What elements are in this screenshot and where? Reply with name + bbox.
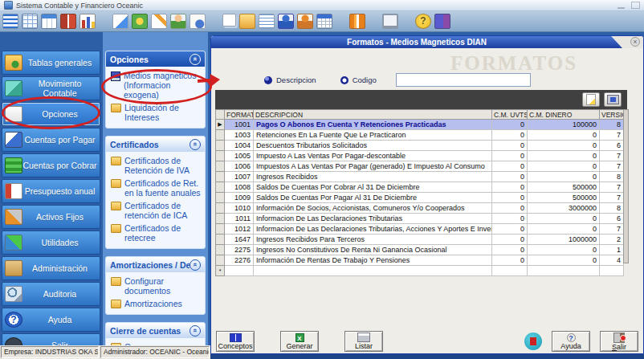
collapse-icon[interactable] [190,259,201,271]
video-help-button[interactable] [524,332,542,350]
table-row[interactable]: 1004Descuentos Tributarios Solicitados00… [216,141,624,151]
panel-item-certificados-de-ret-en-la-fuente-anuales[interactable]: Certificados de Ret. en la fuente anuale… [108,177,203,199]
radio-descripcion[interactable]: Descripcion [264,75,316,84]
table-row[interactable]: 1647Ingresos Recibidos Para Terceros0100… [216,235,624,245]
cell-value: 7 [600,161,624,172]
bar-chart-icon[interactable] [79,14,96,29]
table-row[interactable]: 2276Información De Rentas De Trabajo Y P… [216,255,624,266]
window-grid-icon[interactable] [41,14,57,29]
sidebar-item-activos-fijos[interactable]: Activos Fijos [2,205,100,229]
cell-value: 1010 [225,203,254,214]
user-search-icon[interactable] [278,14,294,29]
table-row[interactable]: 1005Impuesto A Las Ventas Por Pagar-desc… [216,151,624,161]
panel-item-configurar-documentos[interactable]: Configurar documentos [108,275,203,297]
conceptos-button[interactable]: Conceptos [216,331,255,352]
collapse-icon[interactable] [190,54,201,65]
table-row[interactable]: 1003Retenciones En La Fuente Que Le Prac… [216,130,624,141]
sidebar-item-ayuda[interactable]: Ayuda [2,308,100,332]
note-button[interactable] [582,92,600,107]
table-row[interactable]: 1011Informacion De Las Declaraciones Tri… [216,214,624,224]
user-icon[interactable] [170,14,186,29]
monitor-chart-icon[interactable] [382,14,398,29]
panel-item-label: Liquidación de Intereses [124,103,202,122]
sidebar-item-administraci-n[interactable]: Administración [2,256,100,280]
left-buttons: ConceptosGenerarListar [216,331,383,352]
calendar-icon[interactable] [316,14,332,29]
radio-codigo[interactable]: Codigo [340,75,377,84]
sidebar-item-cuentas-por-pagar[interactable]: Cuentas por Pagar [2,128,100,152]
ayuda-button[interactable]: Ayuda [552,331,590,352]
grid-print-button[interactable] [604,92,622,107]
question-icon [5,312,22,328]
sidebar-item-presupuesto-anual[interactable]: Presupuesto anual [2,179,100,203]
main-toolbar [0,11,644,32]
options-panel-header[interactable]: Opciones [106,51,205,67]
formatos-dialog: Formatos - Medios Magneticos DIAN FORMAT… [210,35,644,354]
export-doc-icon[interactable] [112,14,128,29]
user-key-icon[interactable] [297,14,313,29]
panel-item-liquidaci-n-de-intereses[interactable]: Liquidación de Intereses [108,101,203,124]
table-row[interactable]: ▶1001Pagos O Abonos En Cuenta Y Retencio… [216,120,624,130]
app-window: Sistema Contable y Financiero Oceanic Ta… [0,0,644,359]
table-row[interactable]: 1010Información De Socios, Accionistas, … [216,203,624,214]
search-input[interactable] [396,73,531,87]
sidebar-item-cuentas-por-cobrar[interactable]: Cuentas por Cobrar [2,153,100,177]
column-header-uvts[interactable]: C.M. UVTS [492,110,528,120]
section-header-amortizaciones-depreciaci[interactable]: Amortizaciones / Depreciaci... [106,257,205,272]
table-row[interactable]: 1008Saldos De Cuentas Por Cobrar Al 31 D… [216,182,624,193]
tables-icon[interactable] [22,14,38,29]
table-row[interactable]: 2275Ingresos No Constitutivos De Renta N… [216,245,624,255]
history-doc-icon[interactable] [190,14,206,29]
listar-button[interactable]: Listar [344,331,383,352]
sidebar-item-auditoria[interactable]: Auditoria [2,282,100,306]
restore-icon[interactable] [631,2,640,9]
report-icon[interactable] [259,14,275,29]
table-new-row[interactable]: * [216,266,624,276]
column-header-descripcion[interactable]: DESCRIPCION [254,110,492,120]
sidebar-item-opciones[interactable]: Opciones [2,102,100,126]
salir-button[interactable]: Salir [600,331,638,352]
open-folder-icon[interactable] [239,14,255,29]
minimize-icon[interactable] [618,2,625,9]
cell-value: 3000000 [528,203,600,214]
table-scrollbar[interactable] [623,109,629,263]
tree-view-icon[interactable] [2,14,18,29]
column-header-dinero[interactable]: C.M. DINERO [528,110,600,120]
panel-item-medios-magneticos-informacion-exogena[interactable]: Medios magneticos (Informacion exogena) [108,69,203,101]
edit-pencil-icon[interactable] [151,14,167,29]
money-icon[interactable] [132,14,148,29]
column-header-formato[interactable]: FORMAT [225,110,254,120]
address-book-icon[interactable] [349,14,365,29]
exit-door-icon[interactable] [434,14,450,29]
cell-value: 0 [492,151,528,161]
table-row[interactable]: 1009Saldos De Cuentas Por Pagar Al 31 De… [216,193,624,203]
copy-doc-icon[interactable] [222,14,236,27]
sidebar-item-movimiento-contable[interactable]: Movimiento Contable [2,76,100,100]
section-header-certificados[interactable]: Certificados [106,137,205,152]
cell-value: 100000 [528,120,600,130]
filter-row: Descripcion Codigo [264,73,531,87]
close-icon[interactable] [630,37,640,47]
book-icon[interactable] [60,14,76,29]
section-certificados: CertificadosCertificados de Retención de… [105,136,206,249]
column-header-version[interactable]: VERSION [600,110,624,120]
generar-button[interactable]: Generar [280,331,319,352]
sidebar-item-label: Movimiento Contable [22,79,100,98]
table-row[interactable]: 1007Ingresos Recibidos008 [216,172,624,182]
table-row[interactable]: 1006Impuestos A Las Ventas Por Pagar (ge… [216,161,624,172]
formats-table[interactable]: FORMAT DESCRIPCION C.M. UVTS C.M. DINERO… [215,109,624,276]
row-selector-cell [216,214,225,224]
panel-item-amortizaciones[interactable]: Amortizaciones [108,297,203,310]
cell-value: 0 [528,141,600,151]
help-bubble-icon[interactable] [415,14,431,29]
sidebar-item-utilidades[interactable]: Utilidades [2,230,100,255]
collapse-icon[interactable] [190,325,201,337]
cell-descripcion: Informacion De Las Declaraciones Tributa… [254,224,492,235]
table-row[interactable]: 1012Informacion De Las Declaraciones Tri… [216,224,624,235]
collapse-icon[interactable] [190,139,201,150]
panel-item-certificados-de-retecree[interactable]: Certificados de retecree [108,222,203,244]
section-header-cierre-de-cuentas[interactable]: Cierre de cuentas [106,323,205,338]
panel-item-certificados-de-retenci-n-de-ica[interactable]: Certificados de retención de ICA [108,199,203,222]
panel-item-certificados-de-retenci-n-de-iva[interactable]: Certificados de Retención de IVA [108,154,203,177]
sidebar-item-tablas-generales[interactable]: Tablas generales [2,51,100,75]
